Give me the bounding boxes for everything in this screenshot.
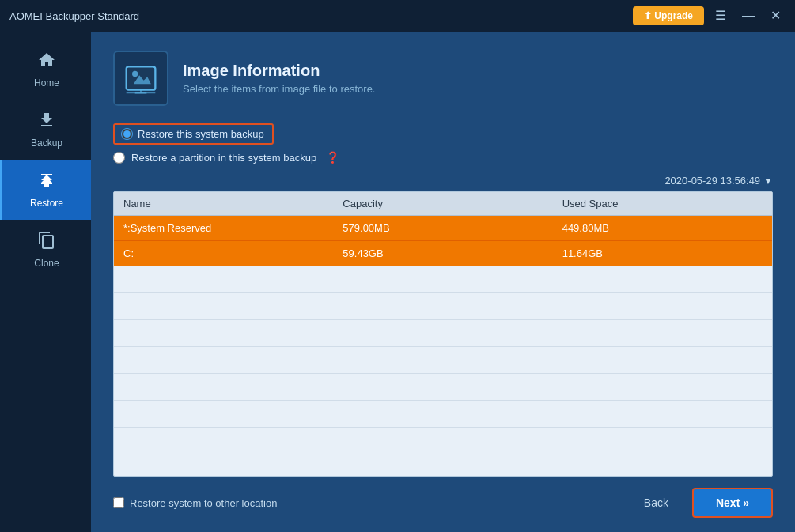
- row1-capacity: 579.00MB: [333, 216, 552, 240]
- sidebar-backup-label: Backup: [31, 138, 62, 149]
- header-icon-box: [113, 51, 168, 106]
- minimize-button[interactable]: —: [737, 8, 759, 24]
- upgrade-button[interactable]: ⬆ Upgrade: [633, 6, 704, 25]
- image-info-icon: [123, 61, 158, 96]
- back-button[interactable]: Back: [631, 490, 681, 515]
- app-title: AOMEI Backupper Standard: [9, 10, 139, 22]
- sidebar-restore-label: Restore: [30, 198, 63, 209]
- table-body: *:System Reserved 579.00MB 449.80MB C: 5…: [114, 216, 772, 476]
- sidebar-item-clone[interactable]: Clone: [0, 220, 91, 280]
- column-used-space: Used Space: [553, 192, 772, 215]
- row2-capacity: 59.43GB: [333, 241, 552, 266]
- content-area: Image Information Select the items from …: [91, 32, 795, 532]
- empty-row: [114, 320, 772, 347]
- backup-icon: [37, 111, 56, 133]
- help-icon[interactable]: ❓: [326, 151, 339, 164]
- sidebar-item-backup[interactable]: Backup: [0, 100, 91, 160]
- main-layout: Home Backup Restore: [0, 32, 795, 532]
- table-header: Name Capacity Used Space: [114, 192, 772, 216]
- radio-system-backup[interactable]: [121, 128, 133, 140]
- radio-system-backup-label[interactable]: Restore this system backup: [138, 128, 264, 140]
- radio-partition-backup[interactable]: [113, 152, 125, 164]
- restore-location-label[interactable]: Restore system to other location: [130, 497, 277, 509]
- empty-row: [114, 374, 772, 401]
- sidebar-item-home[interactable]: Home: [0, 40, 91, 100]
- empty-row: [114, 347, 772, 374]
- next-button[interactable]: Next »: [692, 488, 773, 518]
- sidebar-item-restore[interactable]: Restore: [0, 160, 91, 220]
- navigation-buttons: Back Next »: [631, 488, 773, 518]
- empty-row: [114, 293, 772, 320]
- row2-used-space: 11.64GB: [553, 241, 772, 266]
- sidebar: Home Backup Restore: [0, 32, 91, 532]
- table-row[interactable]: C: 59.43GB 11.64GB: [114, 241, 772, 266]
- restore-icon: [37, 171, 56, 193]
- radio-option-1[interactable]: Restore this system backup: [113, 123, 773, 145]
- timestamp-value: 2020-05-29 13:56:49: [664, 175, 760, 187]
- row1-used-space: 449.80MB: [553, 216, 772, 240]
- row2-name: C:: [114, 241, 333, 266]
- radio-option-2[interactable]: Restore a partition in this system backu…: [113, 151, 773, 164]
- titlebar: AOMEI Backupper Standard ⬆ Upgrade ☰ — ✕: [0, 0, 795, 32]
- column-capacity: Capacity: [333, 192, 552, 215]
- radio-partition-backup-label[interactable]: Restore a partition in this system backu…: [131, 152, 316, 164]
- restore-location-option[interactable]: Restore system to other location: [113, 497, 277, 509]
- header-section: Image Information Select the items from …: [113, 51, 773, 106]
- bottom-section: Restore system to other location Back Ne…: [113, 488, 773, 518]
- titlebar-controls: ⬆ Upgrade ☰ — ✕: [633, 6, 786, 25]
- header-text: Image Information Select the items from …: [183, 62, 375, 95]
- column-name: Name: [114, 192, 333, 215]
- radio-option-1-box[interactable]: Restore this system backup: [113, 123, 274, 145]
- clone-icon: [37, 231, 56, 253]
- empty-row: [114, 401, 772, 428]
- timestamp-dropdown-arrow[interactable]: ▼: [763, 175, 773, 187]
- svg-point-1: [132, 71, 138, 77]
- home-icon: [37, 51, 56, 73]
- empty-row: [114, 266, 772, 293]
- radio-section: Restore this system backup Restore a par…: [113, 123, 773, 164]
- close-button[interactable]: ✕: [766, 8, 786, 24]
- partition-table: Name Capacity Used Space *:System Reserv…: [113, 191, 773, 477]
- sidebar-home-label: Home: [34, 77, 59, 89]
- page-title: Image Information: [183, 62, 375, 80]
- table-row[interactable]: *:System Reserved 579.00MB 449.80MB: [114, 216, 772, 241]
- page-subtitle: Select the items from image file to rest…: [183, 83, 375, 95]
- timestamp-row: 2020-05-29 13:56:49 ▼: [113, 175, 773, 187]
- menu-button[interactable]: ☰: [710, 8, 731, 24]
- row1-name: *:System Reserved: [114, 216, 333, 240]
- sidebar-clone-label: Clone: [34, 258, 59, 269]
- restore-location-checkbox[interactable]: [113, 497, 124, 508]
